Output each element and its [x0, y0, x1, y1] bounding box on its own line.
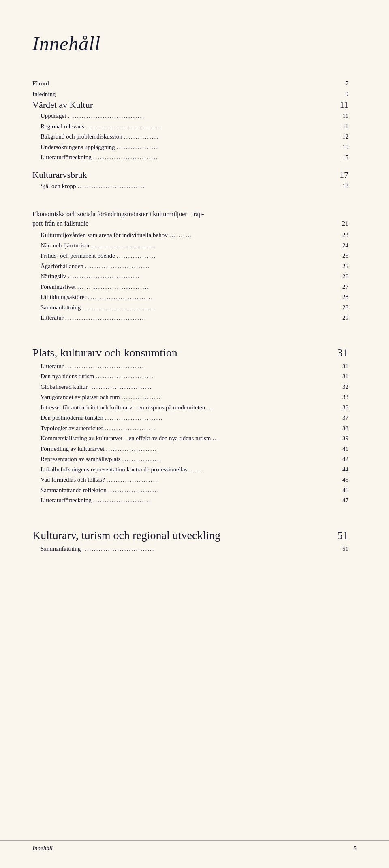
section-large-page-plats: 31 [337, 346, 348, 359]
entry-page-kommers: 39 [336, 434, 348, 443]
entry-dots-dennya: ......................... [96, 372, 335, 381]
section-header-large-kulturarv: Kulturarv, turism och regional utvecklin… [32, 529, 220, 542]
entry-title-vadformedlas: Vad förmedlas och tolkas? [41, 475, 105, 484]
ekonomiska-subtitle-page: 21 [342, 220, 348, 227]
entry-dots-kulturmiljo: .......... [169, 230, 335, 240]
entry-title-inledning: Inledning [32, 90, 56, 99]
entry-dots-global: ........................... [89, 382, 335, 392]
entry-title-forord: Förord [32, 79, 49, 88]
toc-entry-forord: Förord 7 [32, 79, 348, 88]
entry-title-sammanf2: Sammanfattning [41, 544, 81, 554]
toc-entry-litt3: Litteratur .............................… [32, 362, 348, 371]
entry-page-undersokning: 15 [336, 143, 348, 152]
entry-title-forenings: Föreningslivet [41, 282, 76, 292]
toc-entry-regional: Regional relevans ......................… [32, 122, 348, 131]
toc-entry-kommers: Kommersialisering av kulturarvet – en ef… [32, 434, 348, 443]
section-header-kulturarvsbruk: Kulturarvsbruk [32, 170, 87, 180]
entry-page-litt1: 15 [336, 153, 348, 162]
entry-page-forord: 7 [336, 79, 348, 88]
footer-label: Innehåll [32, 845, 53, 852]
entry-page-representation: 42 [336, 454, 348, 464]
toc-entry-typologier: Typologier av autenticitet .............… [32, 424, 348, 433]
toc-entry-litt2: Litteratur .............................… [32, 313, 348, 322]
toc-entry-litt4: Litteraturförteckning ..................… [32, 496, 348, 505]
entry-dots-regional: ................................. [86, 122, 335, 131]
toc-entry-fritids: Fritids- och permanent boende ..........… [32, 251, 348, 260]
entry-title-agar: Ägarförhållanden [41, 262, 83, 271]
entry-dots-representation: ................. [122, 454, 335, 464]
section-header-vardet: Värdet av Kultur [32, 100, 93, 110]
page-title: Innehåll [32, 32, 348, 55]
entry-title-uppdraget: Uppdraget [41, 111, 66, 121]
entry-page-litt3: 31 [336, 362, 348, 371]
entry-dots-fritids: ................. [117, 251, 335, 260]
toc-entry-naringsliv: Näringsliv .............................… [32, 272, 348, 281]
page-footer: Innehåll 5 [0, 840, 389, 852]
entry-dots-intresset: ... [207, 403, 335, 412]
toc-entry-sammanf1: Sammanfattning .........................… [32, 303, 348, 312]
entry-page-nar: 24 [336, 241, 348, 250]
entry-title-varugor: Varugörandet av platser och rum [41, 392, 120, 402]
entry-dots-sjal: ............................. [78, 181, 335, 191]
entry-dots-typologier: ...................... [105, 424, 335, 433]
entry-title-representation: Representation av samhälle/plats [41, 454, 120, 464]
entry-page-forenings: 27 [336, 282, 348, 292]
entry-dots-forenings: ............................... [77, 282, 335, 292]
entry-title-sjal: Själ och kropp [41, 181, 76, 191]
entry-title-global: Globaliserad kultur [41, 382, 88, 392]
entry-title-fritids: Fritids- och permanent boende [41, 251, 115, 260]
entry-page-sammanfattande: 46 [336, 486, 348, 495]
toc-entry-varugor: Varugörandet av platser och rum ........… [32, 392, 348, 402]
toc-entry-bakgrund: Bakgrund och problemdiskussion .........… [32, 132, 348, 141]
page: Innehåll Förord 7 Inledning 9 Värdet av … [0, 0, 389, 868]
entry-title-litt4: Litteraturförteckning [41, 496, 92, 505]
toc-entry-intresset: Intresset för autenticitet och kulturarv… [32, 403, 348, 412]
entry-dots-litt4: ......................... [93, 496, 335, 505]
entry-dots-agar: ............................ [85, 262, 335, 271]
section-row-kulturarvsbruk: Kulturarvsbruk 17 [32, 170, 348, 180]
entry-dots-uppdraget: ................................. [68, 111, 335, 121]
toc-entry-agar: Ägarförhållanden .......................… [32, 262, 348, 271]
entry-page-litt2: 29 [336, 313, 348, 322]
entry-page-sammanf1: 28 [336, 303, 348, 312]
entry-dots-vadformedlas: ...................... [107, 475, 335, 484]
entry-dots-sammanf2: ............................... [82, 544, 335, 554]
entry-dots-litt3: ................................... [65, 362, 335, 371]
entry-page-postmodern: 37 [336, 413, 348, 422]
toc-entry-uppdraget: Uppdraget ..............................… [32, 111, 348, 121]
entry-dots-litt1: ............................ [93, 153, 335, 162]
entry-title-typologier: Typologier av autenticitet [41, 424, 103, 433]
entry-page-lokalbefolk: 44 [336, 465, 348, 474]
footer-page: 5 [354, 845, 357, 852]
section-large-page-kulturarv: 51 [337, 529, 348, 542]
section-header-large-plats: Plats, kulturarv och konsumtion [32, 346, 177, 359]
entry-dots-sammanf1: ............................... [82, 303, 335, 312]
entry-title-nar: När- och fjärrturism [41, 241, 89, 250]
entry-title-postmodern: Den postmoderna turisten [41, 413, 103, 422]
toc-entry-dennya: Den nya tidens turism ..................… [32, 372, 348, 381]
entry-title-lokalbefolk: Lokalbefolkningens representation kontra… [41, 465, 187, 474]
section-page-vardet: 11 [340, 100, 348, 110]
entry-page-agar: 25 [336, 262, 348, 271]
entry-page-fritids: 25 [336, 251, 348, 260]
toc-entry-representation: Representation av samhälle/plats .......… [32, 454, 348, 464]
entry-dots-utbildning: ............................ [88, 292, 335, 302]
entry-page-inledning: 9 [336, 90, 348, 99]
section-large-row-kulturarv: Kulturarv, turism och regional utvecklin… [32, 529, 348, 542]
entry-title-utbildning: Utbildningsaktörer [41, 292, 86, 302]
entry-title-bakgrund: Bakgrund och problemdiskussion [41, 132, 122, 141]
entry-dots-litt2: ................................... [65, 313, 335, 322]
toc-entry-global: Globaliserad kultur ....................… [32, 382, 348, 392]
toc-entry-inledning: Inledning 9 [32, 90, 348, 99]
toc-entry-kulturmiljo: Kulturmiljövården som arena för individu… [32, 230, 348, 240]
section-large-row-plats: Plats, kulturarv och konsumtion 31 [32, 346, 348, 359]
section-page-kulturarvsbruk: 17 [340, 170, 348, 180]
ekonomiska-block: Ekonomiska och sociala förändringsmönste… [32, 209, 348, 227]
entry-dots-lokalbefolk: ....... [189, 465, 335, 474]
entry-page-dennya: 31 [336, 372, 348, 381]
entry-title-litt1: Litteraturförteckning [41, 153, 92, 162]
toc-entry-nar: När- och fjärrturism ...................… [32, 241, 348, 250]
entry-title-dennya: Den nya tidens turism [41, 372, 94, 381]
entry-title-formedling: Förmedling av kulturarvet [41, 444, 104, 454]
entry-title-sammanfattande: Sammanfattande reflektion [41, 486, 107, 495]
